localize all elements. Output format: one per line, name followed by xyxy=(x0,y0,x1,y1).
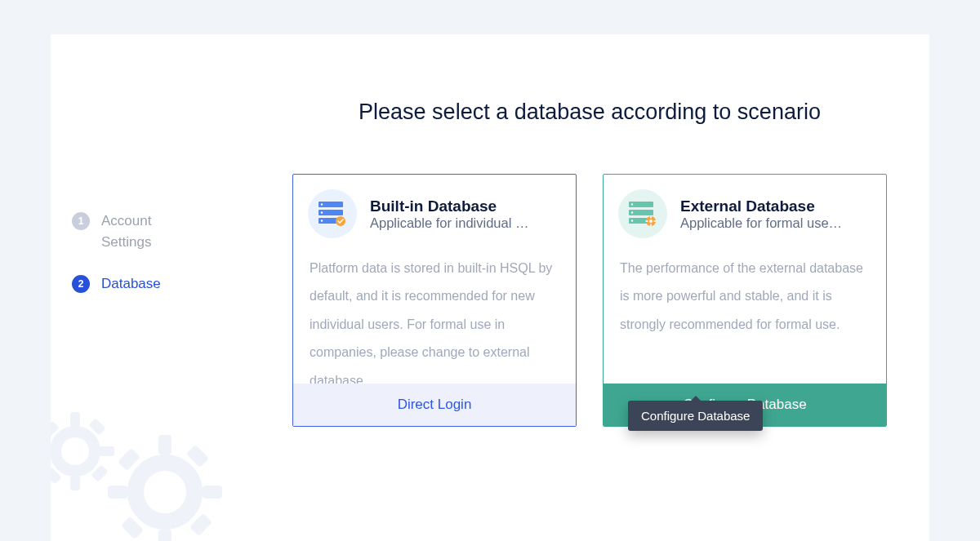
card-body-text-builtin: Platform data is stored in built-in HSQL… xyxy=(310,255,559,384)
svg-point-29 xyxy=(631,211,633,213)
card-body-text-external: The performance of the external database… xyxy=(620,255,870,384)
svg-point-28 xyxy=(631,203,633,205)
card-head-builtin: Built-in Database Applicable for individ… xyxy=(293,175,576,245)
svg-rect-33 xyxy=(650,216,652,219)
card-subtitle-external: Applicable for formal use… xyxy=(680,215,842,231)
svg-point-32 xyxy=(649,220,653,223)
card-head-external: External Database Applicable for formal … xyxy=(604,175,886,245)
card-external-database[interactable]: External Database Applicable for formal … xyxy=(603,174,887,427)
svg-point-22 xyxy=(321,211,323,213)
svg-rect-36 xyxy=(654,220,657,222)
card-titles-builtin: Built-in Database Applicable for individ… xyxy=(370,197,528,231)
direct-login-button[interactable]: Direct Login xyxy=(293,384,576,426)
database-icon-blue xyxy=(308,189,357,238)
card-subtitle-builtin: Applicable for individual … xyxy=(370,215,528,231)
step-label-account: Account Settings xyxy=(101,211,199,252)
setup-panel: 1 Account Settings 2 Database xyxy=(51,34,929,541)
card-title-external: External Database xyxy=(680,197,842,215)
svg-rect-34 xyxy=(650,224,652,227)
card-body-external: The performance of the external database… xyxy=(604,245,886,384)
card-title-builtin: Built-in Database xyxy=(370,197,528,215)
main-content: Please select a database according to sc… xyxy=(250,34,929,541)
step-account-settings[interactable]: 1 Account Settings xyxy=(72,211,250,252)
svg-point-21 xyxy=(321,203,323,205)
step-number-2: 2 xyxy=(72,275,90,293)
card-row: Built-in Database Applicable for individ… xyxy=(289,174,890,427)
card-builtin-database[interactable]: Built-in Database Applicable for individ… xyxy=(292,174,577,427)
svg-point-30 xyxy=(631,220,633,221)
database-icon-green xyxy=(618,189,667,238)
step-label-database: Database xyxy=(101,273,161,295)
svg-rect-35 xyxy=(646,220,648,222)
card-body-builtin: Platform data is stored in built-in HSQL… xyxy=(293,245,576,384)
card-titles-external: External Database Applicable for formal … xyxy=(680,197,842,231)
page-title: Please select a database according to sc… xyxy=(289,100,890,125)
step-database[interactable]: 2 Database xyxy=(72,273,250,295)
step-number-1: 1 xyxy=(72,212,90,230)
configure-database-tooltip: Configure Database xyxy=(628,401,763,431)
svg-point-23 xyxy=(321,220,323,221)
steps-sidebar: 1 Account Settings 2 Database xyxy=(51,34,250,541)
